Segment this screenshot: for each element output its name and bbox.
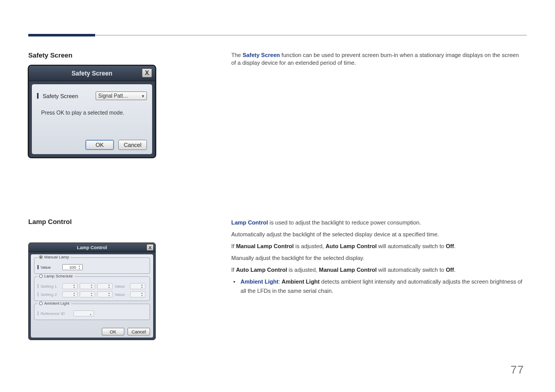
close-button[interactable]: X [146, 244, 154, 251]
chevron-down-icon: ▾ [142, 94, 144, 99]
text: . [454, 267, 455, 273]
text: . [454, 243, 455, 249]
spinner-arrows-icon: ▴▾ [140, 292, 144, 297]
value-spinner[interactable]: 100 ▴▾ [62, 264, 83, 270]
hour-spinner[interactable]: ▴▾ [62, 291, 78, 297]
minute-spinner[interactable]: ▴▾ [80, 291, 95, 297]
spinner-value: 100 [69, 265, 76, 270]
ampm-spinner[interactable]: ▴▾ [97, 283, 113, 289]
safety-screen-hint: Press OK to play a selected mode. [37, 109, 147, 116]
hour-spinner[interactable]: ▴▾ [62, 283, 78, 289]
schedule-value-label: Value [115, 284, 128, 289]
spinner-arrows-icon: ▴▾ [72, 284, 76, 289]
paragraph: If Manual Lamp Control is adjusted, Auto… [231, 241, 524, 251]
dialog-body: Manual Lamp Value 100 ▴▾ Lamp Schedule S… [31, 254, 153, 338]
dialog-title: Safety Screen [71, 70, 112, 77]
cancel-button[interactable]: Cancel [118, 140, 147, 150]
safety-screen-heading: Safety Screen [28, 51, 72, 59]
setting1-label: Setting 1 [41, 284, 60, 289]
dropdown-value: Signal Patt… [98, 93, 128, 99]
dialog-titlebar: Safety Screen X [29, 66, 155, 81]
spinner-arrows-icon: ▴▾ [77, 265, 81, 270]
ambient-light-group: Ambient Light Reference ID ▾ [34, 304, 150, 320]
paragraph: Manually adjust the backlight for the se… [231, 253, 524, 263]
term: Manual Lamp Control [319, 267, 377, 273]
schedule-value-spinner[interactable]: ▴▾ [130, 283, 145, 289]
spinner-arrows-icon: ▴▾ [107, 292, 111, 297]
row-marker-icon [38, 311, 39, 315]
bullet-list: Ambient Light: Ambient Light detects amb… [231, 277, 524, 295]
dialog-titlebar: Lamp Control X [29, 243, 155, 252]
safety-screen-dropdown[interactable]: Signal Patt… ▾ [96, 91, 147, 100]
list-item: Ambient Light: Ambient Light detects amb… [240, 277, 524, 295]
term: Auto Lamp Control [325, 243, 377, 249]
safety-screen-dialog: Safety Screen X Safety Screen Signal Pat… [28, 65, 156, 158]
text: is adjusted, [294, 243, 326, 249]
spinner-arrows-icon: ▴▾ [72, 292, 76, 297]
value-row: Value 100 ▴▾ [38, 264, 146, 270]
text: will automatically switch to [377, 243, 446, 249]
text: will automatically switch to [377, 267, 446, 273]
row-marker-icon [38, 292, 39, 296]
text: If [231, 267, 236, 273]
row-marker-icon [37, 93, 39, 99]
spinner-arrows-icon: ▴▾ [107, 284, 111, 289]
chevron-down-icon: ▾ [88, 311, 92, 316]
horizontal-rule [28, 35, 527, 35]
cancel-button[interactable]: Cancel [127, 328, 150, 335]
radio-icon [39, 302, 43, 305]
manual-lamp-group: Manual Lamp Value 100 ▴▾ [34, 257, 150, 274]
setting2-label: Setting 2 [41, 292, 60, 297]
value-label: Value [41, 265, 60, 270]
group-label: Manual Lamp [44, 255, 69, 259]
term: Auto Lamp Control [236, 267, 287, 273]
close-button[interactable]: X [142, 68, 152, 78]
setting2-row: Setting 2 ▴▾ ▴▾ ▴▾ Value ▴▾ [38, 291, 146, 297]
radio-icon [39, 255, 43, 259]
lamp-control-heading: Lamp Control [28, 218, 72, 226]
spinner-arrows-icon: ▴▾ [89, 284, 94, 289]
reference-id-label: Reference ID [41, 311, 71, 316]
term: Off [446, 243, 454, 249]
manual-lamp-radio[interactable]: Manual Lamp [38, 255, 70, 259]
close-icon: X [145, 69, 149, 77]
paragraph: Automatically adjust the backlight of th… [231, 230, 524, 239]
spinner-arrows-icon: ▴▾ [140, 284, 144, 289]
lamp-control-description: Lamp Control is used to adjust the backl… [231, 218, 524, 295]
lamp-schedule-radio[interactable]: Lamp Schedule [38, 274, 75, 278]
page-number: 77 [511, 363, 524, 377]
close-icon: X [149, 245, 152, 250]
paragraph: If Auto Lamp Control is adjusted, Manual… [231, 265, 524, 274]
lamp-control-dialog: Lamp Control X Manual Lamp Value 100 ▴▾ [28, 242, 156, 340]
text: If [231, 243, 236, 249]
safety-screen-label: Safety Screen [43, 93, 91, 99]
dialog-buttons: OK Cancel [85, 140, 147, 150]
dialog-title: Lamp Control [77, 245, 107, 250]
dialog-body: Safety Screen Signal Patt… ▾ Press OK to… [32, 84, 152, 154]
ambient-light-radio[interactable]: Ambient Light [38, 301, 71, 306]
paragraph: Lamp Control is used to adjust the backl… [231, 218, 524, 227]
horizontal-rule-accent [28, 34, 95, 36]
schedule-value-spinner[interactable]: ▴▾ [130, 291, 145, 297]
term: Ambient Light [240, 278, 279, 285]
ampm-spinner[interactable]: ▴▾ [97, 291, 113, 297]
reference-id-dropdown[interactable]: ▾ [73, 310, 94, 316]
term: Ambient Light [282, 278, 320, 285]
row-marker-icon [38, 265, 39, 269]
spinner-arrows-icon: ▴▾ [89, 292, 94, 297]
row-marker-icon [38, 284, 39, 288]
ok-button[interactable]: OK [102, 328, 124, 335]
minute-spinner[interactable]: ▴▾ [80, 283, 95, 289]
term: Off [446, 267, 454, 273]
safety-screen-description: The Safety Screen function can be used t… [231, 51, 524, 67]
group-label: Ambient Light [44, 301, 69, 306]
dialog-buttons: OK Cancel [102, 328, 150, 335]
ok-button[interactable]: OK [85, 140, 114, 150]
safety-screen-term: Safety Screen [243, 52, 280, 58]
term: Lamp Control [231, 219, 268, 226]
group-label: Lamp Schedule [44, 274, 73, 278]
text: The [231, 52, 243, 58]
reference-id-row: Reference ID ▾ [38, 310, 146, 316]
safety-screen-row: Safety Screen Signal Patt… ▾ [37, 91, 147, 100]
radio-icon [39, 274, 43, 278]
